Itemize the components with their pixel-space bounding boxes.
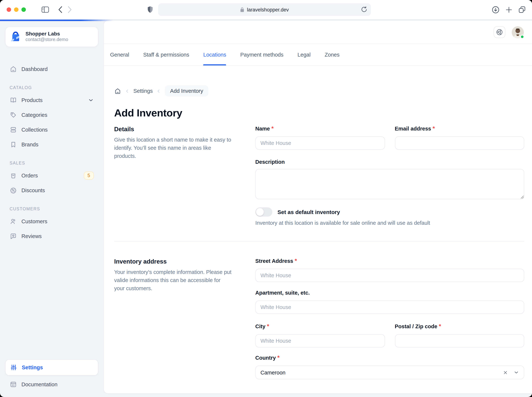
tab-general[interactable]: General [110, 44, 129, 65]
details-description: Give this location a short name to make … [114, 136, 232, 160]
sidebar-item-label: Orders [21, 173, 38, 179]
tab-payment-methods[interactable]: Payment methods [240, 44, 284, 65]
city-label: City [255, 323, 265, 329]
apartment-label: Apartment, suite, etc. [255, 290, 310, 296]
required-marker: * [433, 125, 435, 132]
details-section: Details Give this location a short name … [114, 124, 524, 226]
url-text: laravelshopper.dev [247, 7, 289, 12]
default-inventory-hint: Inventory at this location is available … [255, 220, 524, 226]
breadcrumb-current: Add Inventory [165, 85, 208, 96]
browser-sidebar-toggle-icon[interactable] [41, 6, 49, 13]
minimize-window-button[interactable] [14, 7, 18, 12]
description-textarea[interactable] [255, 169, 524, 199]
app-sidebar: Shopper Labs contact@store.demo Dashboar… [0, 20, 104, 397]
users-icon [10, 218, 17, 225]
store-switcher[interactable]: Shopper Labs contact@store.demo [5, 27, 98, 47]
sidebar-item-collections[interactable]: Collections [5, 122, 98, 137]
sidebar-item-label: Documentation [21, 381, 57, 387]
email-label: Email address [395, 126, 431, 132]
sidebar-item-label: Products [21, 97, 43, 103]
sidebar-item-orders[interactable]: Orders 5 [5, 168, 98, 183]
sidebar-section-catalog: CATALOG [5, 84, 98, 91]
sidebar-item-documentation[interactable]: Documentation [5, 377, 98, 392]
tab-zones[interactable]: Zones [324, 44, 340, 65]
tab-locations[interactable]: Locations [203, 44, 226, 65]
country-select[interactable]: Cameroon [255, 366, 524, 379]
bookmark-icon [10, 141, 17, 148]
required-marker: * [271, 125, 274, 132]
book-open-icon [10, 96, 17, 104]
browser-app-button[interactable] [494, 26, 505, 38]
browser-toolbar: laravelshopper.dev [0, 0, 532, 20]
tab-staff-permissions[interactable]: Staff & permissions [143, 44, 189, 65]
street-input[interactable] [255, 269, 524, 282]
store-name: Shopper Labs [25, 31, 68, 37]
sidebar-item-brands[interactable]: Brands [5, 137, 98, 152]
forward-icon[interactable] [67, 6, 72, 13]
country-value: Cameroon [260, 369, 285, 375]
name-input[interactable] [255, 136, 385, 150]
details-heading: Details [114, 124, 232, 133]
main-content: General Staff & permissions Locations Pa… [104, 20, 532, 394]
required-marker: * [267, 323, 269, 329]
street-label: Street Address [255, 258, 293, 264]
sidebar-item-categories[interactable]: Categories [5, 108, 98, 122]
orders-count-badge: 5 [84, 172, 94, 180]
reload-icon[interactable] [361, 6, 367, 13]
tab-overview-icon[interactable] [518, 6, 526, 14]
required-marker: * [439, 323, 441, 329]
default-inventory-label: Set as default inventory [277, 209, 340, 215]
section-divider [114, 241, 524, 241]
back-icon[interactable] [58, 6, 62, 13]
chevron-left-icon [156, 88, 161, 93]
code-window-icon [10, 381, 17, 388]
apartment-input[interactable] [255, 301, 524, 314]
city-input[interactable] [255, 334, 385, 347]
privacy-shield-icon[interactable] [147, 6, 153, 13]
inventory-address-section: Inventory address Your inventory's compl… [114, 257, 524, 379]
sidebar-item-label: Categories [21, 112, 47, 118]
postal-label: Postal / Zip code [395, 323, 437, 329]
rows-icon [10, 126, 17, 133]
sidebar-item-customers[interactable]: Customers [5, 214, 98, 229]
email-input[interactable] [395, 136, 524, 150]
lock-icon [240, 7, 245, 12]
chevron-down-icon [88, 97, 94, 103]
badge-percent-icon [10, 187, 17, 194]
sidebar-item-dashboard[interactable]: Dashboard [5, 62, 98, 76]
default-inventory-toggle[interactable] [255, 207, 272, 217]
url-bar[interactable]: laravelshopper.dev [158, 3, 371, 16]
store-logo-icon [10, 31, 22, 43]
breadcrumb-home-icon[interactable] [114, 87, 121, 94]
address-description: Your inventory's complete information. P… [114, 268, 232, 292]
downloads-icon[interactable] [491, 5, 500, 14]
breadcrumb-settings-link[interactable]: Settings [133, 88, 153, 94]
new-tab-icon[interactable] [505, 6, 513, 13]
required-marker: * [295, 258, 297, 264]
postal-input[interactable] [395, 334, 524, 347]
sidebar-item-discounts[interactable]: Discounts [5, 183, 98, 198]
sidebar-item-label: Reviews [21, 233, 42, 239]
tab-legal[interactable]: Legal [297, 44, 311, 65]
sidebar-section-customers: CUSTOMERS [5, 205, 98, 212]
sidebar-footer: Settings Documentation [5, 359, 98, 392]
sidebar-item-label: Brands [21, 142, 38, 148]
sidebar-item-settings[interactable]: Settings [5, 359, 98, 376]
home-icon [10, 65, 17, 73]
page-loading-bar [0, 20, 113, 21]
sidebar-item-label: Customers [21, 218, 47, 224]
settings-tab-bar: General Staff & permissions Locations Pa… [104, 44, 532, 66]
chrome-icon [496, 28, 503, 36]
online-status-dot [520, 35, 524, 39]
zoom-window-button[interactable] [21, 7, 26, 12]
browser-window: laravelshopper.dev [0, 0, 532, 397]
clear-icon[interactable] [503, 370, 508, 375]
chevron-left-icon [125, 88, 130, 93]
user-avatar[interactable] [512, 26, 524, 38]
close-window-button[interactable] [7, 7, 11, 12]
sidebar-item-products[interactable]: Products [5, 93, 98, 108]
message-heart-icon [10, 233, 17, 240]
chevron-down-icon[interactable] [514, 370, 519, 375]
sidebar-item-reviews[interactable]: Reviews [5, 229, 98, 244]
name-label: Name [255, 126, 270, 132]
